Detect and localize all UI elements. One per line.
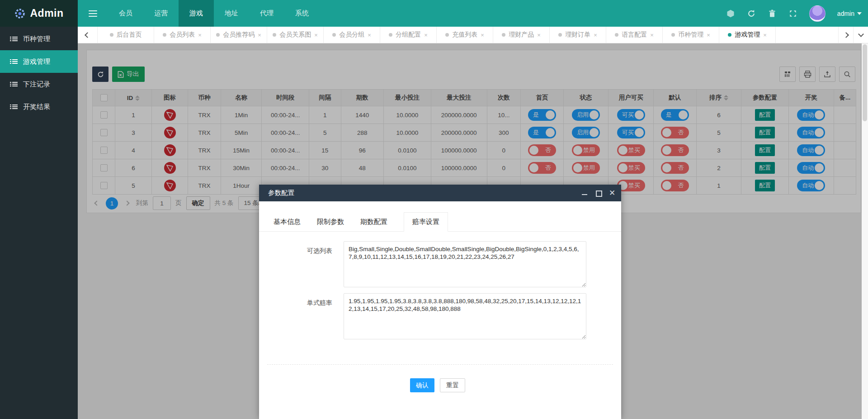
tab-member-refcode[interactable]: 会员推荐码× <box>211 27 267 43</box>
menu-item-game[interactable]: 游戏 <box>179 0 214 27</box>
tab-member-list[interactable]: 会员列表× <box>154 27 211 43</box>
tab-dot-icon <box>558 33 562 37</box>
tabbar-controls <box>838 27 868 43</box>
tab-close-icon[interactable]: × <box>594 32 597 38</box>
modal-tab-limit-params[interactable]: 限制参数 <box>317 213 344 231</box>
sidebar: 币种管理 游戏管理 下注记录 开奖结果 <box>0 27 78 419</box>
tab-close-icon[interactable]: × <box>763 32 767 38</box>
menu-item-system[interactable]: 系统 <box>284 0 320 27</box>
tab-dot-icon <box>615 33 618 37</box>
modal-titlebar[interactable]: 参数配置 ✕ <box>259 185 621 201</box>
form-row-option-list: 可选列表 Big,Small,Single,Double,SmallDouble… <box>285 241 621 287</box>
tab-close-icon[interactable]: × <box>368 32 371 38</box>
menu-item-operation[interactable]: 运营 <box>143 0 179 27</box>
list-icon <box>10 36 18 42</box>
tab-dot-icon <box>671 33 675 37</box>
tab-recharge-list[interactable]: 充值列表× <box>437 27 493 43</box>
tab-finance-product[interactable]: 理财产品× <box>493 27 550 43</box>
chevron-right-icon <box>843 32 849 38</box>
list-icon <box>10 58 18 65</box>
brand-name: Admin <box>30 7 63 19</box>
vertical-scrollbar[interactable] <box>862 43 868 419</box>
menu-item-address[interactable]: 地址 <box>214 0 249 27</box>
single-odds-label: 单式赔率 <box>285 293 344 339</box>
refresh-icon[interactable] <box>747 9 756 18</box>
modal-buttons: 确认 重置 <box>410 378 621 392</box>
sidebar-item-bet-records[interactable]: 下注记录 <box>0 73 78 95</box>
list-icon <box>10 104 18 110</box>
tabbar-scroll-right-button[interactable] <box>838 27 853 43</box>
tab-close-icon[interactable]: × <box>707 32 710 38</box>
tab-dot-icon <box>502 33 505 37</box>
menu-item-member[interactable]: 会员 <box>108 0 143 27</box>
close-icon[interactable]: ✕ <box>609 190 615 196</box>
fullscreen-icon[interactable] <box>788 9 797 18</box>
user-name: admin <box>837 10 854 17</box>
modal-tab-basic-info[interactable]: 基本信息 <box>274 213 301 231</box>
sidebar-item-game-manage[interactable]: 游戏管理 <box>0 50 78 73</box>
menu-collapse-toggle[interactable] <box>78 0 108 27</box>
page-tabs: 后台首页 会员列表× 会员推荐码× 会员关系图× 会员分组× 分组配置× 充值列… <box>98 27 838 43</box>
tab-close-icon[interactable]: × <box>481 32 484 38</box>
tab-game-manage[interactable]: 游戏管理× <box>719 27 776 43</box>
tab-dot-icon <box>445 33 449 37</box>
confirm-button[interactable]: 确认 <box>410 378 434 392</box>
option-list-textarea[interactable]: Big,Small,Single,Double,SmallDouble,Smal… <box>344 241 586 287</box>
tab-group-config[interactable]: 分组配置× <box>380 27 437 43</box>
tabbar-scroll-left-button[interactable] <box>78 27 98 43</box>
sidebar-item-draw-results[interactable]: 开奖结果 <box>0 95 78 118</box>
menu-item-agent[interactable]: 代理 <box>249 0 284 27</box>
user-avatar[interactable] <box>809 5 826 22</box>
tab-close-icon[interactable]: × <box>258 32 261 38</box>
tab-dot-icon <box>332 33 336 37</box>
tab-dot-icon <box>389 33 392 37</box>
param-config-modal: 参数配置 ✕ 基本信息 限制参数 期数配置 赔率设置 可选列表 Big,Smal… <box>259 185 621 419</box>
tab-dot-icon <box>216 33 220 37</box>
box-icon[interactable] <box>726 9 735 18</box>
gear-logo-icon <box>14 8 26 19</box>
minimize-icon[interactable] <box>582 190 588 196</box>
sidebar-item-coin-manage[interactable]: 币种管理 <box>0 28 78 50</box>
navbar-right: admin <box>726 0 864 27</box>
main-menu: 会员 运营 游戏 地址 代理 系统 <box>78 0 320 27</box>
page-tabbar: 后台首页 会员列表× 会员推荐码× 会员关系图× 会员分组× 分组配置× 充值列… <box>78 27 868 43</box>
tab-dot-icon <box>163 33 166 37</box>
tab-coin-manage[interactable]: 币种管理× <box>663 27 719 43</box>
option-list-label: 可选列表 <box>285 241 344 287</box>
tab-dot-icon <box>273 33 276 37</box>
modal-tabs: 基本信息 限制参数 期数配置 赔率设置 <box>259 212 621 232</box>
tab-member-graph[interactable]: 会员关系图× <box>267 27 324 43</box>
hamburger-icon <box>89 9 97 19</box>
modal-tab-odds-settings[interactable]: 赔率设置 <box>404 212 448 232</box>
tabbar-menu-button[interactable] <box>853 27 868 43</box>
tab-close-icon[interactable]: × <box>650 32 654 38</box>
tab-close-icon[interactable]: × <box>537 32 541 38</box>
scrollbar-thumb[interactable] <box>863 44 867 121</box>
single-odds-textarea[interactable]: 1.95,1.95,1.95,1.95,3.8,3.8,3.8,3.8,888,… <box>344 293 586 339</box>
window-controls: ✕ <box>582 190 615 196</box>
tab-close-icon[interactable]: × <box>314 32 318 38</box>
list-icon <box>10 81 18 87</box>
maximize-icon[interactable] <box>595 190 601 196</box>
caret-down-icon <box>857 12 862 15</box>
tab-finance-order[interactable]: 理财订单× <box>550 27 606 43</box>
reset-button[interactable]: 重置 <box>440 378 465 392</box>
form-row-single-odds: 单式赔率 1.95,1.95,1.95,1.95,3.8,3.8,3.8,3.8… <box>285 293 621 339</box>
top-navbar: Admin 会员 运营 游戏 地址 代理 系统 admin <box>0 0 868 27</box>
tab-member-group[interactable]: 会员分组× <box>324 27 380 43</box>
modal-title: 参数配置 <box>268 189 294 197</box>
modal-tab-issue-config[interactable]: 期数配置 <box>360 213 387 231</box>
chevron-down-icon <box>858 31 864 37</box>
tab-dot-icon <box>728 33 731 37</box>
form-divider <box>267 364 613 365</box>
tab-home[interactable]: 后台首页 <box>98 27 154 43</box>
brand-logo: Admin <box>0 0 78 27</box>
tab-dot-icon <box>110 33 113 37</box>
tab-close-icon[interactable]: × <box>424 32 428 38</box>
chevron-left-icon <box>85 32 90 38</box>
trash-icon[interactable] <box>768 9 777 18</box>
odds-form: 可选列表 Big,Small,Single,Double,SmallDouble… <box>259 232 621 339</box>
tab-language-config[interactable]: 语言配置× <box>606 27 663 43</box>
user-dropdown[interactable]: admin <box>837 10 862 17</box>
tab-close-icon[interactable]: × <box>198 32 202 38</box>
